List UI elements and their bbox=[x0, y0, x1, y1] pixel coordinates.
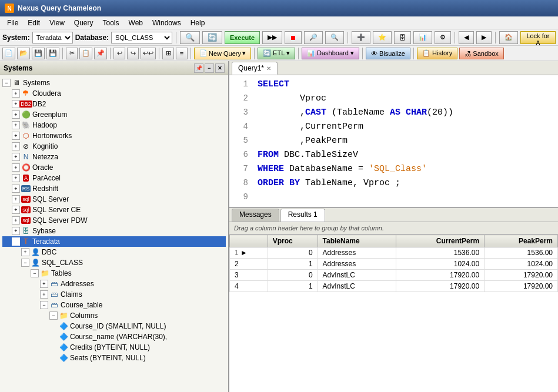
expand-coursetable[interactable]: − bbox=[40, 301, 48, 309]
search-btn[interactable]: 🔍 bbox=[180, 31, 200, 44]
tb2-save[interactable]: 💾 bbox=[32, 48, 45, 59]
tree-node-cloudera[interactable]: + 🌩 Cloudera bbox=[2, 88, 226, 99]
tree-node-hadoop[interactable]: + 🐘 Hadoop bbox=[2, 120, 226, 130]
expand-columns-folder[interactable]: − bbox=[49, 311, 58, 320]
tree-node-sqlserverce[interactable]: + sql SQL Server CE bbox=[2, 205, 226, 215]
tree-node-db2[interactable]: + DB2 DB2 bbox=[2, 99, 226, 109]
chart-btn[interactable]: 📊 bbox=[413, 31, 432, 44]
tb2-save2[interactable]: 💾 bbox=[46, 48, 59, 59]
tree-node-sqlclass[interactable]: − 👤 SQL_CLASS bbox=[2, 257, 226, 268]
expand-sqlserverce[interactable]: + bbox=[12, 206, 20, 214]
bisualize-button[interactable]: 👁 Bisualize bbox=[366, 48, 410, 59]
menu-tools[interactable]: Tools bbox=[98, 18, 124, 28]
tree-node-credits[interactable]: 🔷 Credits (BYTEINT, NULL) bbox=[2, 342, 226, 353]
expand-cloudera[interactable]: + bbox=[12, 89, 20, 98]
expand-dbc[interactable]: + bbox=[21, 248, 29, 256]
expand-hadoop[interactable]: + bbox=[12, 121, 20, 129]
database-select[interactable]: SQL_CLASS bbox=[111, 32, 172, 43]
tree-node-coursetable[interactable]: − 🗃 Course_table bbox=[2, 300, 226, 310]
tree-node-columns-folder[interactable]: − 📁 Columns bbox=[2, 310, 226, 321]
tree-container[interactable]: − 🖥 Systems + 🌩 Cloudera + DB2 DB2 + bbox=[0, 75, 228, 392]
tree-node-claims[interactable]: + 🗃 Claims bbox=[2, 289, 226, 300]
exec-all-btn[interactable]: ▶▶ bbox=[262, 31, 282, 44]
system-select[interactable]: Teradata bbox=[32, 32, 73, 43]
tree-node-course-name[interactable]: 🔷 Course_name (VARCHAR(30), bbox=[2, 331, 226, 342]
tree-node-netezza[interactable]: + N Netezza bbox=[2, 152, 226, 162]
tb2-new[interactable]: 📄 bbox=[2, 48, 15, 59]
collapse-button[interactable]: − bbox=[205, 63, 214, 73]
expand-redshift[interactable]: + bbox=[12, 185, 20, 193]
tb2-cut[interactable]: ✂ bbox=[66, 48, 78, 59]
expand-sqlserverpdw[interactable]: + bbox=[12, 216, 20, 225]
refresh-btn[interactable]: 🔄 bbox=[202, 31, 222, 44]
etl-button[interactable]: 🔄 ETL ▾ bbox=[258, 48, 295, 59]
col-peakperm[interactable]: PeakPerm bbox=[485, 235, 558, 247]
menu-view[interactable]: View bbox=[45, 18, 69, 28]
expand-addresses[interactable]: + bbox=[40, 280, 48, 288]
tb2-undo2[interactable]: ↩↩ bbox=[141, 48, 156, 59]
lock-button[interactable]: Lock for A bbox=[520, 31, 556, 44]
tree-node-systems[interactable]: − 🖥 Systems bbox=[2, 78, 226, 88]
query-tab-1[interactable]: Query1* ✕ bbox=[232, 62, 278, 75]
tree-node-addresses[interactable]: + 🗃 Addresses bbox=[2, 279, 226, 289]
tree-node-sybase[interactable]: + 🗄 Sybase bbox=[2, 226, 226, 236]
tb2-redo[interactable]: ↪ bbox=[127, 48, 139, 59]
pin-button[interactable]: 📌 bbox=[194, 63, 203, 73]
tree-node-greenplum[interactable]: + 🟢 Greenplum bbox=[2, 109, 226, 120]
expand-oracle[interactable]: + bbox=[12, 163, 20, 172]
stop-btn[interactable]: ⏹ bbox=[285, 31, 302, 44]
expand-kognitio[interactable]: + bbox=[12, 142, 20, 150]
menu-windows[interactable]: Windows bbox=[148, 18, 186, 28]
execute-button[interactable]: Execute bbox=[225, 31, 260, 44]
tree-node-sqlserver[interactable]: + sql SQL Server bbox=[2, 194, 226, 205]
tb2-paste[interactable]: 📌 bbox=[94, 48, 107, 59]
back-btn[interactable]: ◀ bbox=[459, 31, 474, 44]
expand-db2[interactable]: + bbox=[12, 100, 20, 108]
menu-file[interactable]: File bbox=[2, 18, 23, 28]
tree-node-sqlserverpdw[interactable]: + sql SQL Server PDW bbox=[2, 215, 226, 226]
expand-greenplum[interactable]: + bbox=[12, 110, 20, 119]
tb2-copy[interactable]: 📋 bbox=[79, 48, 92, 59]
dashboard-button[interactable]: 📊 Dashboard ▾ bbox=[302, 48, 359, 59]
tb2-list[interactable]: ≡ bbox=[176, 48, 188, 59]
expand-sybase[interactable]: + bbox=[12, 227, 20, 235]
expand-systems[interactable]: − bbox=[2, 79, 11, 87]
home-btn[interactable]: 🏠 bbox=[499, 31, 518, 44]
col-vproc[interactable]: Vproc bbox=[268, 235, 318, 247]
expand-sqlclass[interactable]: − bbox=[21, 259, 29, 267]
tree-node-paraccel[interactable]: + A ParAccel bbox=[2, 173, 226, 183]
tree-node-tables[interactable]: − 📁 Tables bbox=[2, 268, 226, 279]
zoom2-btn[interactable]: 🔍 bbox=[325, 31, 344, 44]
tree-node-hortonworks[interactable]: + ⬡ Hortonworks bbox=[2, 130, 226, 141]
tb2-undo[interactable]: ↩ bbox=[113, 48, 125, 59]
query1-tab-close[interactable]: ✕ bbox=[266, 65, 271, 72]
tree-node-redshift[interactable]: + RS Redshift bbox=[2, 183, 226, 194]
fwd-btn[interactable]: ▶ bbox=[476, 31, 492, 44]
results1-tab[interactable]: Results 1 bbox=[280, 209, 325, 222]
db-btn[interactable]: 🗄 bbox=[394, 31, 411, 44]
expand-tables[interactable]: − bbox=[31, 269, 39, 277]
star-btn[interactable]: ⭐ bbox=[373, 31, 392, 44]
tb2-grid[interactable]: ⊞ bbox=[162, 48, 174, 59]
expand-claims[interactable]: + bbox=[40, 290, 48, 299]
tree-node-kognitio[interactable]: + ⊘ Kognitio bbox=[2, 141, 226, 152]
expand-teradata[interactable]: − bbox=[12, 237, 20, 246]
new-query-button[interactable]: 📄 New Query ▾ bbox=[194, 48, 251, 59]
expand-hortonworks[interactable]: + bbox=[12, 132, 20, 140]
zoom-btn[interactable]: 🔎 bbox=[304, 31, 323, 44]
tree-node-course-id[interactable]: 🔷 Course_ID (SMALLINT, NULL) bbox=[2, 321, 226, 331]
sql-editor[interactable]: 1 SELECT 2 Vproc 3 ,CAST (TableName AS C… bbox=[229, 75, 558, 207]
tree-node-dbc[interactable]: + 👤 DBC bbox=[2, 247, 226, 257]
col-tablename[interactable]: TableName bbox=[318, 235, 396, 247]
col-currentperm[interactable]: CurrentPerm bbox=[396, 235, 484, 247]
tree-node-seats[interactable]: 🔷 Seats (BYTEINT, NULL) bbox=[2, 353, 226, 363]
messages-tab[interactable]: Messages bbox=[232, 209, 279, 222]
tree-node-oracle[interactable]: + ⭕ Oracle bbox=[2, 162, 226, 173]
expand-netezza[interactable]: + bbox=[12, 153, 20, 161]
tb2-open[interactable]: 📂 bbox=[17, 48, 30, 59]
menu-edit[interactable]: Edit bbox=[23, 18, 45, 28]
results-table-container[interactable]: Drag a column header here to group by th… bbox=[229, 222, 558, 392]
expand-paraccel[interactable]: + bbox=[12, 174, 20, 182]
close-panel-button[interactable]: ✕ bbox=[215, 63, 225, 73]
settings-btn[interactable]: ⚙ bbox=[435, 31, 451, 44]
